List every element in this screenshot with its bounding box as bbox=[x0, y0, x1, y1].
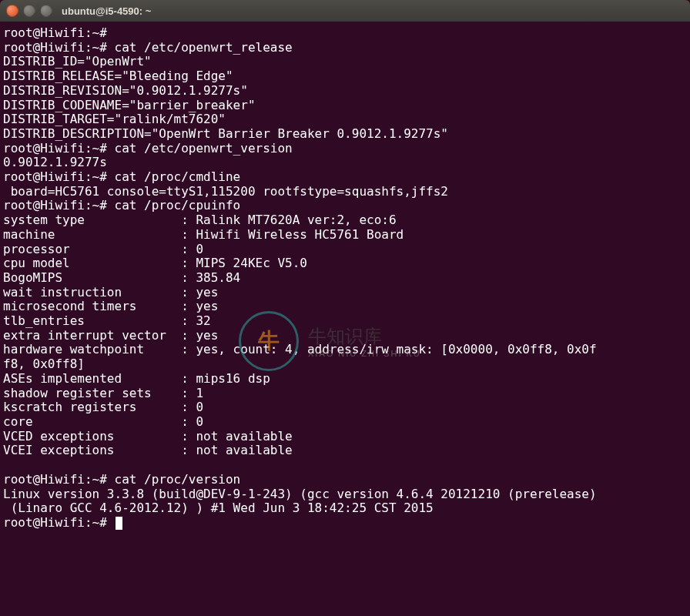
window-title: ubuntu@i5-4590: ~ bbox=[62, 5, 151, 17]
cursor-icon bbox=[116, 517, 122, 530]
terminal-window: ubuntu@i5-4590: ~ root@Hiwifi:~# root@Hi… bbox=[0, 0, 690, 616]
terminal-output: root@Hiwifi:~# root@Hiwifi:~# cat /etc/o… bbox=[3, 25, 597, 530]
terminal-body[interactable]: root@Hiwifi:~# root@Hiwifi:~# cat /etc/o… bbox=[0, 22, 690, 616]
minimize-icon[interactable] bbox=[23, 5, 35, 17]
close-icon[interactable] bbox=[6, 5, 18, 17]
maximize-icon[interactable] bbox=[40, 5, 52, 17]
titlebar: ubuntu@i5-4590: ~ bbox=[0, 0, 690, 22]
